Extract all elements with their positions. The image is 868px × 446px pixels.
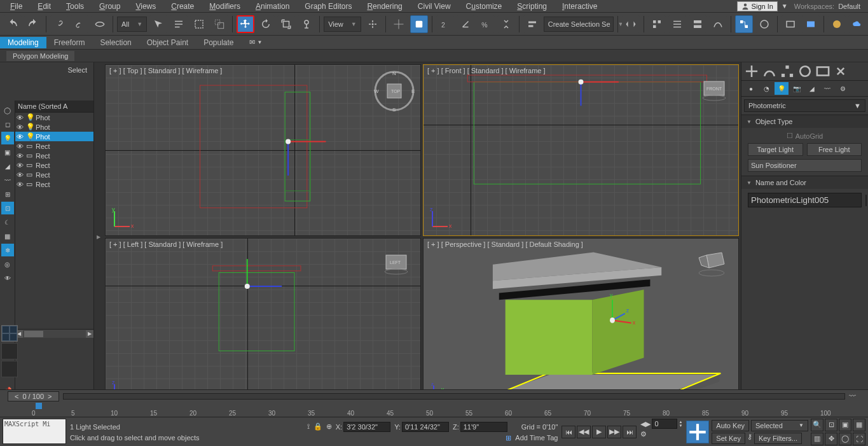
menu-tools[interactable]: Tools	[59, 2, 92, 11]
toggle-layer-explorer-button[interactable]	[668, 15, 686, 33]
subcat-helpers-icon[interactable]: ◢	[805, 82, 819, 95]
filter-helpers-icon[interactable]: ◢	[1, 160, 14, 172]
scene-row[interactable]: 👁▭Rect	[15, 151, 93, 160]
cmd-tab-motion[interactable]	[797, 64, 813, 78]
scene-row[interactable]: 👁💡Phot	[15, 113, 93, 122]
filter-groups-icon[interactable]: ⊞	[1, 188, 14, 200]
field-of-view-button[interactable]: ▥	[811, 433, 823, 445]
visibility-icon[interactable]: 👁	[17, 123, 24, 131]
filter-containers-icon[interactable]: ▦	[1, 230, 14, 242]
filter-lights-icon[interactable]: 💡	[1, 132, 14, 144]
viewport-layout-alt[interactable]	[1, 361, 18, 377]
scene-explorer-splitter[interactable]: ▶	[94, 62, 103, 411]
category-dropdown[interactable]: Photometric▼	[744, 99, 865, 112]
time-config-button[interactable]: ⚙	[640, 430, 647, 438]
select-and-move-button[interactable]	[237, 15, 254, 33]
orbit-button[interactable]: ◯	[839, 433, 851, 445]
current-frame-input[interactable]	[652, 419, 677, 429]
visibility-icon[interactable]: 👁	[17, 143, 24, 150]
viewport-left-label[interactable]: [ + ] [ Left ] [ Standard ] [ Wireframe …	[109, 240, 223, 248]
visibility-icon[interactable]: 👁	[17, 114, 24, 122]
autogrid-checkbox[interactable]: ☐AutoGrid	[748, 132, 862, 140]
viewcube-top[interactable]: TOP N S W E	[372, 69, 417, 113]
zoom-extents-all-button[interactable]: ▦	[853, 419, 865, 431]
visibility-icon[interactable]: 👁	[17, 162, 24, 169]
filter-xrefs-icon[interactable]: ⊡	[1, 202, 14, 214]
play-button[interactable]: ▶	[592, 426, 606, 438]
free-light-button[interactable]: Free Light	[807, 143, 862, 156]
select-and-rotate-button[interactable]	[257, 15, 275, 33]
selection-filter-dropdown[interactable]: All▼	[117, 17, 147, 32]
cmd-tab-hierarchy[interactable]	[779, 64, 796, 78]
filter-shapes-icon[interactable]: ◻	[1, 118, 14, 130]
render-in-cloud-button[interactable]	[848, 15, 866, 33]
mirror-button[interactable]	[622, 15, 640, 33]
menu-interactive[interactable]: Interactive	[555, 2, 605, 11]
menu-modifiers[interactable]: Modifiers	[202, 2, 248, 11]
coord-z-input[interactable]	[460, 422, 507, 432]
filter-frozen-icon[interactable]: ❄	[1, 244, 14, 256]
frame-spinner[interactable]: ▲▼	[679, 420, 682, 428]
material-editor-button[interactable]	[755, 15, 773, 33]
select-region-rect-button[interactable]	[190, 15, 208, 33]
visibility-icon[interactable]: 👁	[17, 181, 24, 188]
visibility-icon[interactable]: 👁	[17, 133, 24, 141]
menu-edit[interactable]: Edit	[30, 2, 59, 11]
time-slider[interactable]: < 0 / 100 > 〰	[0, 390, 868, 403]
bind-spacewarp-button[interactable]	[91, 15, 109, 33]
undo-button[interactable]	[4, 15, 22, 33]
unlink-button[interactable]	[71, 15, 88, 33]
render-production-button[interactable]	[828, 15, 846, 33]
goto-end-button[interactable]: ⏭	[623, 426, 637, 438]
ribbon-tab-modeling[interactable]: Modeling	[0, 37, 46, 48]
lock-selection-icon[interactable]: ⟟	[307, 422, 310, 431]
cmd-tab-modify[interactable]	[761, 64, 778, 78]
viewcube-left[interactable]: LEFT	[378, 251, 414, 277]
viewport-layout-quad[interactable]	[1, 325, 18, 342]
select-manipulate-button[interactable]	[390, 15, 408, 33]
sun-positioner-button[interactable]: Sun Positioner	[748, 159, 862, 172]
object-color-swatch[interactable]	[865, 195, 867, 206]
absolute-relative-icon[interactable]: ⊕	[326, 422, 332, 431]
menu-scripting[interactable]: Scripting	[509, 2, 555, 11]
visibility-icon[interactable]: 👁	[17, 171, 24, 179]
auto-key-button[interactable]: Auto Key	[712, 420, 749, 431]
rollout-object-type-header[interactable]: Object Type	[741, 115, 868, 128]
viewport-layout-single[interactable]	[1, 343, 18, 359]
scene-row[interactable]: 👁▭Rect	[15, 170, 93, 179]
menu-animation[interactable]: Animation	[248, 2, 297, 11]
subcat-shapes-icon[interactable]: ◔	[759, 82, 773, 95]
render-setup-button[interactable]	[782, 15, 799, 33]
scene-row[interactable]: 👁💡Phot	[15, 132, 93, 141]
curve-editor-button[interactable]	[709, 15, 727, 33]
time-tag-icon[interactable]: ⊞	[506, 434, 511, 442]
time-slider-right-arrow[interactable]: >	[48, 393, 52, 400]
percent-snap-button[interactable]: %	[477, 15, 495, 33]
coord-y-input[interactable]	[402, 422, 449, 432]
selection-lock-toggle-icon[interactable]: 🔒	[313, 422, 322, 431]
mini-curve-editor-button[interactable]: 〰	[849, 392, 860, 401]
object-name-input[interactable]	[748, 193, 862, 207]
snap-2d-button[interactable]: 2	[436, 15, 454, 33]
filter-spacewarps-icon[interactable]: 〰	[1, 174, 14, 186]
cmd-tab-utilities[interactable]	[832, 64, 849, 78]
filter-bones-icon[interactable]: ☾	[1, 216, 14, 228]
set-key-button[interactable]: Set Key	[712, 433, 745, 444]
menu-rendering[interactable]: Rendering	[359, 2, 410, 11]
viewport-top[interactable]: [ + ] [ Top ] [ Standard ] [ Wireframe ]…	[105, 64, 421, 236]
edit-named-selection-button[interactable]	[523, 15, 541, 33]
select-and-place-button[interactable]	[298, 15, 315, 33]
menu-graph-editors[interactable]: Graph Editors	[297, 2, 359, 11]
maximize-viewport-button[interactable]: ⛶	[853, 433, 865, 445]
zoom-all-button[interactable]: ⊡	[825, 419, 837, 431]
scene-row[interactable]: 👁💡Phot	[15, 122, 93, 132]
subcat-cameras-icon[interactable]: 📷	[790, 82, 804, 95]
add-time-tag[interactable]: Add Time Tag	[515, 434, 558, 442]
key-filters-icon[interactable]: ⚷	[747, 433, 752, 444]
subcat-geometry-icon[interactable]: ●	[744, 82, 758, 95]
scene-row[interactable]: 👁▭Rect	[15, 179, 93, 189]
scene-row[interactable]: 👁▭Rect	[15, 160, 93, 170]
prev-frame-button[interactable]: ◀◀	[577, 426, 591, 438]
menu-views[interactable]: Views	[128, 2, 163, 11]
scene-row[interactable]: 👁▭Rect	[15, 141, 93, 151]
